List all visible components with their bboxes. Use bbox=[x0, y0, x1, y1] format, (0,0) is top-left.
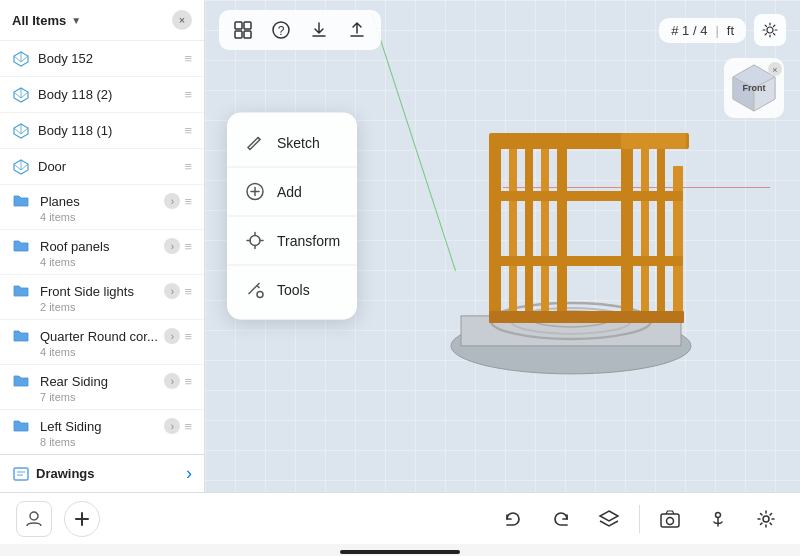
visibility-icon[interactable]: ≡ bbox=[184, 284, 192, 299]
item-sub-label: 8 items bbox=[40, 436, 75, 448]
page-unit: ft bbox=[727, 23, 734, 38]
info-icon[interactable]: › bbox=[164, 328, 180, 344]
info-icon[interactable]: › bbox=[164, 418, 180, 434]
item-actions: › ≡ bbox=[164, 283, 192, 299]
item-actions: ≡ bbox=[184, 51, 192, 66]
sketch-label: Sketch bbox=[277, 135, 320, 151]
camera-button[interactable] bbox=[652, 501, 688, 537]
info-icon[interactable]: › bbox=[164, 373, 180, 389]
anchor-button[interactable] bbox=[700, 501, 736, 537]
sidebar-footer[interactable]: Drawings › bbox=[0, 454, 204, 492]
sidebar-item-planes[interactable]: Planes › ≡ 4 items bbox=[0, 185, 204, 230]
help-tool-button[interactable]: ? bbox=[267, 16, 295, 44]
svg-point-50 bbox=[763, 516, 769, 522]
upload-tool-button[interactable] bbox=[343, 16, 371, 44]
menu-divider bbox=[227, 265, 357, 266]
item-actions: ≡ bbox=[184, 123, 192, 138]
undo-button[interactable] bbox=[495, 501, 531, 537]
sidebar-title[interactable]: All Items ▼ bbox=[12, 13, 81, 28]
svg-point-43 bbox=[30, 512, 38, 520]
sketch-icon bbox=[243, 131, 267, 155]
sidebar-item-body118-1[interactable]: Body 118 (1) ≡ bbox=[0, 113, 204, 149]
tools-icon bbox=[243, 278, 267, 302]
redo-button[interactable] bbox=[543, 501, 579, 537]
sidebar-item-door[interactable]: Door ≡ bbox=[0, 149, 204, 185]
folder-icon bbox=[12, 371, 32, 391]
divider bbox=[639, 505, 640, 533]
transform-icon bbox=[243, 229, 267, 253]
info-icon[interactable]: › bbox=[164, 238, 180, 254]
item-label: Body 118 (2) bbox=[38, 87, 184, 102]
transform-label: Transform bbox=[277, 233, 340, 249]
svg-rect-32 bbox=[489, 191, 639, 201]
item-actions: › ≡ bbox=[164, 328, 192, 344]
svg-rect-26 bbox=[557, 141, 567, 321]
download-tool-button[interactable] bbox=[305, 16, 333, 44]
add-icon bbox=[243, 180, 267, 204]
footer-arrow-icon[interactable]: › bbox=[186, 463, 192, 484]
compass-box: Front × bbox=[724, 58, 784, 118]
close-button[interactable]: × bbox=[172, 10, 192, 30]
svg-rect-37 bbox=[621, 133, 686, 149]
sidebar-item-left-siding[interactable]: Left Siding › ≡ 8 items bbox=[0, 410, 204, 454]
sidebar-item-body118-2[interactable]: Body 118 (2) ≡ bbox=[0, 77, 204, 113]
visibility-icon[interactable]: ≡ bbox=[184, 159, 192, 174]
menu-divider bbox=[227, 167, 357, 168]
sidebar: All Items ▼ × Body 152 ≡ bbox=[0, 0, 205, 492]
visibility-icon[interactable]: ≡ bbox=[184, 194, 192, 209]
sidebar-item-front-side-lights[interactable]: Front Side lights › ≡ 2 items bbox=[0, 275, 204, 320]
visibility-icon[interactable]: ≡ bbox=[184, 374, 192, 389]
svg-point-48 bbox=[667, 517, 674, 524]
float-menu-item-tools[interactable]: Tools bbox=[227, 268, 357, 312]
folder-icon bbox=[12, 416, 32, 436]
sidebar-item-rear-siding[interactable]: Rear Siding › ≡ 7 items bbox=[0, 365, 204, 410]
item-actions: ≡ bbox=[184, 159, 192, 174]
svg-rect-36 bbox=[621, 256, 683, 266]
item-label: Front Side lights bbox=[40, 284, 164, 299]
settings-button[interactable] bbox=[748, 501, 784, 537]
item-actions: ≡ bbox=[184, 87, 192, 102]
visibility-icon[interactable]: ≡ bbox=[184, 239, 192, 254]
svg-rect-35 bbox=[621, 191, 683, 201]
sidebar-item-body152[interactable]: Body 152 ≡ bbox=[0, 41, 204, 77]
svg-rect-24 bbox=[525, 141, 533, 321]
drawings-label: Drawings bbox=[12, 465, 95, 483]
viewport-settings-button[interactable] bbox=[754, 14, 786, 46]
svg-rect-23 bbox=[509, 141, 517, 321]
user-profile-button[interactable] bbox=[16, 501, 52, 537]
layers-button[interactable] bbox=[591, 501, 627, 537]
folder-icon bbox=[12, 236, 32, 256]
info-icon[interactable]: › bbox=[164, 283, 180, 299]
add-new-button[interactable] bbox=[64, 501, 100, 537]
info-icon[interactable]: › bbox=[164, 193, 180, 209]
item-sub-label: 2 items bbox=[40, 301, 75, 313]
svg-rect-34 bbox=[489, 311, 684, 323]
compass-cube[interactable]: Front × bbox=[724, 58, 786, 120]
sidebar-item-roof-panels[interactable]: Roof panels › ≡ 4 items bbox=[0, 230, 204, 275]
svg-rect-5 bbox=[235, 31, 242, 38]
item-label: Body 118 (1) bbox=[38, 123, 184, 138]
item-actions: › ≡ bbox=[164, 373, 192, 389]
visibility-icon[interactable]: ≡ bbox=[184, 329, 192, 344]
svg-rect-25 bbox=[541, 141, 549, 321]
float-menu-item-transform[interactable]: Transform bbox=[227, 219, 357, 263]
item-actions: › ≡ bbox=[164, 238, 192, 254]
visibility-icon[interactable]: ≡ bbox=[184, 419, 192, 434]
building-3d-model bbox=[401, 81, 741, 425]
svg-rect-28 bbox=[641, 141, 649, 321]
svg-rect-0 bbox=[14, 468, 28, 480]
float-menu-item-sketch[interactable]: Sketch bbox=[227, 121, 357, 165]
visibility-icon[interactable]: ≡ bbox=[184, 123, 192, 138]
item-label: Roof panels bbox=[40, 239, 164, 254]
sidebar-item-quarter-round[interactable]: Quarter Round cor... › ≡ 4 items bbox=[0, 320, 204, 365]
visibility-icon[interactable]: ≡ bbox=[184, 51, 192, 66]
svg-rect-6 bbox=[244, 31, 251, 38]
grid-tool-button[interactable] bbox=[229, 16, 257, 44]
float-menu: Sketch Add Transform bbox=[227, 113, 357, 320]
svg-point-42 bbox=[257, 292, 263, 298]
float-menu-item-add[interactable]: Add bbox=[227, 170, 357, 214]
svg-point-9 bbox=[767, 27, 773, 33]
visibility-icon[interactable]: ≡ bbox=[184, 87, 192, 102]
item-sub-label: 7 items bbox=[40, 391, 75, 403]
viewport-tools: ? bbox=[219, 10, 381, 50]
